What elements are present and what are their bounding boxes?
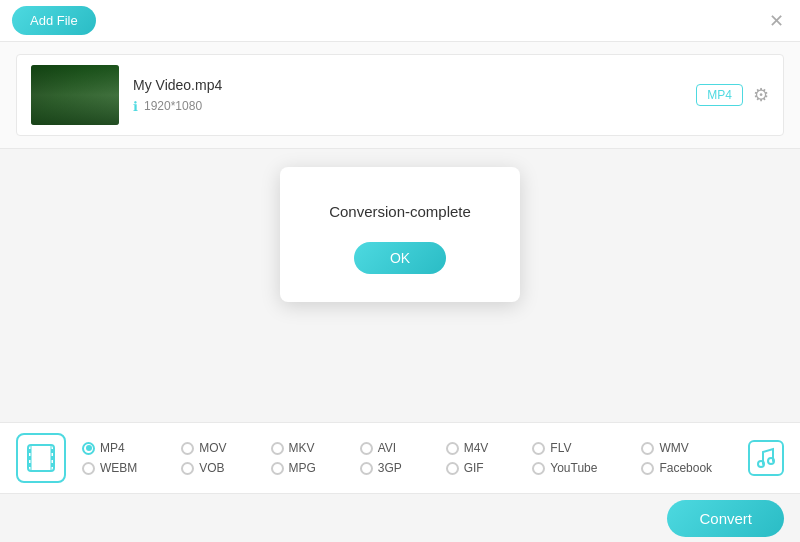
radio-3gp[interactable] [360,462,373,475]
svg-rect-0 [28,445,54,471]
label-mp4: MP4 [100,441,125,455]
dialog-message: Conversion-complete [304,203,496,220]
radio-gif[interactable] [446,462,459,475]
add-file-button[interactable]: Add File [12,6,96,35]
label-3gp: 3GP [378,461,402,475]
svg-point-9 [758,461,764,467]
format-mpg[interactable]: MPG [271,461,340,475]
file-resolution: 1920*1080 [144,99,202,113]
radio-vob[interactable] [181,462,194,475]
settings-icon[interactable]: ⚙ [753,84,769,106]
file-area: My Video.mp4 ℹ 1920*1080 MP4 ⚙ [0,42,800,149]
convert-bar: Convert [0,494,800,542]
format-gif[interactable]: GIF [446,461,513,475]
format-flv[interactable]: FLV [532,441,621,455]
format-mkv[interactable]: MKV [271,441,340,455]
format-facebook[interactable]: Facebook [641,461,736,475]
radio-m4v[interactable] [446,442,459,455]
format-wmv[interactable]: WMV [641,441,736,455]
label-webm: WEBM [100,461,137,475]
format-options: MP4 MOV MKV AVI M4V FLV WMV WEBM [82,441,736,475]
format-avi[interactable]: AVI [360,441,426,455]
dialog-overlay: Conversion-complete OK [0,149,800,319]
label-flv: FLV [550,441,571,455]
radio-mkv[interactable] [271,442,284,455]
radio-webm[interactable] [82,462,95,475]
format-mp4[interactable]: MP4 [82,441,161,455]
close-button[interactable]: ✕ [769,12,784,30]
file-actions: MP4 ⚙ [696,84,769,106]
format-bar: MP4 MOV MKV AVI M4V FLV WMV WEBM [0,422,800,494]
format-badge[interactable]: MP4 [696,84,743,106]
label-mov: MOV [199,441,226,455]
video-format-icon[interactable] [16,433,66,483]
label-wmv: WMV [659,441,688,455]
conversion-dialog: Conversion-complete OK [280,167,520,302]
label-mpg: MPG [289,461,316,475]
middle-area: Conversion-complete OK [0,149,800,319]
label-avi: AVI [378,441,396,455]
label-m4v: M4V [464,441,489,455]
radio-mov[interactable] [181,442,194,455]
file-name: My Video.mp4 [133,77,682,93]
convert-button[interactable]: Convert [667,500,784,537]
film-icon [27,444,55,472]
file-item: My Video.mp4 ℹ 1920*1080 MP4 ⚙ [16,54,784,136]
label-vob: VOB [199,461,224,475]
radio-wmv[interactable] [641,442,654,455]
radio-avi[interactable] [360,442,373,455]
format-webm[interactable]: WEBM [82,461,161,475]
radio-youtube[interactable] [532,462,545,475]
radio-flv[interactable] [532,442,545,455]
file-info: My Video.mp4 ℹ 1920*1080 [133,77,682,114]
audio-format-icon[interactable] [748,440,784,476]
label-gif: GIF [464,461,484,475]
format-vob[interactable]: VOB [181,461,250,475]
file-meta: ℹ 1920*1080 [133,99,682,114]
radio-mp4[interactable] [82,442,95,455]
label-mkv: MKV [289,441,315,455]
label-youtube: YouTube [550,461,597,475]
dialog-ok-button[interactable]: OK [354,242,446,274]
music-note-icon [756,447,776,469]
file-thumbnail [31,65,119,125]
title-bar: Add File ✕ [0,0,800,42]
format-3gp[interactable]: 3GP [360,461,426,475]
label-facebook: Facebook [659,461,712,475]
format-mov[interactable]: MOV [181,441,250,455]
radio-mpg[interactable] [271,462,284,475]
svg-point-10 [768,458,774,464]
format-youtube[interactable]: YouTube [532,461,621,475]
radio-facebook[interactable] [641,462,654,475]
format-m4v[interactable]: M4V [446,441,513,455]
info-icon: ℹ [133,99,138,114]
